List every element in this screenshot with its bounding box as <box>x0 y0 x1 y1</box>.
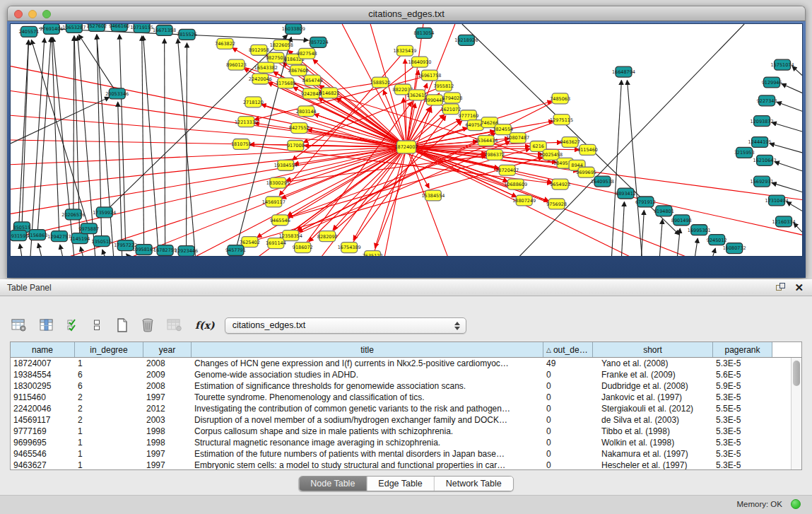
table-cell[interactable]: Jankovic et al. (1997) <box>593 392 713 403</box>
table-cell[interactable]: Investigating the contribution of common… <box>192 403 543 414</box>
graph-node[interactable]: 9115460 <box>577 144 598 155</box>
table-cell[interactable]: 19384554 <box>11 369 75 380</box>
graph-node[interactable]: 7955812 <box>433 81 454 91</box>
close-window-icon[interactable] <box>14 10 23 18</box>
graph-node[interactable]: 16543382 <box>254 62 278 73</box>
graph-node[interactable]: 16210643 <box>753 155 777 165</box>
graph-node[interactable]: 9457791 <box>225 245 246 256</box>
window-titlebar[interactable]: citations_edges.txt <box>7 6 806 21</box>
table-cell[interactable]: 5.5E-5 <box>713 403 772 414</box>
graph-node[interactable]: 9827548 <box>297 48 317 59</box>
table-cell[interactable]: 5.6E-5 <box>713 369 772 380</box>
graph-node[interactable]: 9699695 <box>576 167 596 177</box>
table-cell[interactable]: Tibbo et al. (1998) <box>593 426 713 437</box>
table-cell[interactable]: 2 <box>75 392 143 403</box>
graph-node[interactable]: 12160334 <box>772 216 796 227</box>
graph-node[interactable]: 12213339 <box>235 117 258 127</box>
graph-node[interactable]: 18640910 <box>408 57 431 67</box>
graph-node[interactable]: 9465546 <box>270 215 290 226</box>
graph-node[interactable]: 9245012 <box>707 235 727 245</box>
function-builder-icon[interactable]: f(x) <box>195 320 215 331</box>
graph-node[interactable]: 16033809 <box>282 24 305 34</box>
close-panel-icon[interactable]: ✕ <box>794 282 804 293</box>
graph-node[interactable]: 12975115 <box>550 115 573 125</box>
table-cell[interactable]: 2008 <box>143 380 192 392</box>
graph-node[interactable]: 7986372 <box>484 149 505 160</box>
table-cell[interactable]: 1998 <box>143 426 192 437</box>
table-cell[interactable]: Disruption of a novel member of a sodium… <box>192 414 543 426</box>
table-cell[interactable]: Dudbridge et al. (2008) <box>593 380 713 392</box>
column-header-in_degree[interactable]: in_degree <box>75 342 143 357</box>
table-cell[interactable]: 5.3E-5 <box>713 426 772 437</box>
graph-node[interactable]: 14569117 <box>262 197 286 207</box>
graph-node[interactable]: 18807249 <box>512 195 536 206</box>
table-cell[interactable]: 0 <box>543 392 593 403</box>
zoom-window-icon[interactable] <box>42 10 51 18</box>
table-cell[interactable]: 1 <box>75 358 143 369</box>
graph-node[interactable]: 9466160 <box>109 24 129 31</box>
graph-node[interactable]: 16995301 <box>688 225 711 235</box>
graph-node[interactable]: 10719155 <box>130 24 153 33</box>
graph-node[interactable]: 17359924 <box>93 207 116 218</box>
graph-node[interactable]: 3175685 <box>276 78 296 88</box>
graph-node[interactable]: 10688609 <box>504 179 527 189</box>
graph-node[interactable]: 3215953 <box>734 147 755 158</box>
graph-node[interactable]: 1527602 <box>86 24 107 31</box>
table-cell[interactable]: 5.3E-5 <box>713 460 772 469</box>
memory-status-icon[interactable] <box>791 499 801 509</box>
tab-node-table[interactable]: Node Table <box>299 477 367 491</box>
table-row[interactable]: 1872400712008Changes of HCN gene express… <box>11 358 791 369</box>
graph-node[interactable]: 6794028 <box>442 93 462 103</box>
graph-node[interactable]: 27691406 <box>40 24 63 34</box>
table-cell[interactable]: 0 <box>543 460 593 469</box>
table-cell[interactable]: 9115460 <box>11 392 75 403</box>
table-cell[interactable]: 18300295 <box>11 380 75 392</box>
graph-node[interactable]: 12093872 <box>751 116 774 127</box>
table-row[interactable]: 977716911998Corpus callosum shape and si… <box>11 426 791 437</box>
table-row[interactable]: 1938455462009Genome-wide association stu… <box>11 369 791 380</box>
graph-node[interactable]: 9777169 <box>458 110 478 121</box>
table-cell[interactable]: 5.3E-5 <box>713 448 772 460</box>
table-cell[interactable]: Hescheler et al. (1997) <box>593 460 713 469</box>
table-cell[interactable]: Estimation of significance thresholds fo… <box>192 380 543 392</box>
graph-node[interactable]: 8454749 <box>302 75 323 86</box>
graph-node[interactable]: 1810755 <box>231 139 252 150</box>
graph-node[interactable]: 19384554 <box>274 160 298 170</box>
graph-node[interactable]: 20053346 <box>105 88 129 99</box>
table-cell[interactable]: 5.3E-5 <box>713 392 772 403</box>
table-cell[interactable]: 1998 <box>143 437 192 448</box>
table-cell[interactable]: Franke et al. (2009) <box>593 369 713 380</box>
graph-node[interactable]: 7485063 <box>550 93 570 104</box>
table-row[interactable]: 1456911722003Disruption of a novel membe… <box>11 414 791 426</box>
graph-node[interactable]: 7857224 <box>308 37 329 47</box>
graph-node[interactable]: 20206576 <box>61 209 85 220</box>
graph-node[interactable]: 18226058 <box>270 40 293 50</box>
graph-node[interactable]: 8813054 <box>414 28 435 38</box>
table-cell[interactable]: 2009 <box>143 369 192 380</box>
graph-node[interactable]: 1156863 <box>27 230 47 240</box>
table-cell[interactable]: 0 <box>543 414 593 426</box>
graph-node[interactable]: 3824554 <box>493 124 513 135</box>
graph-node[interactable]: 16080732 <box>723 243 746 254</box>
graph-node[interactable]: 1145194 <box>69 233 90 244</box>
table-cell[interactable]: 0 <box>543 426 593 437</box>
column-header-short[interactable]: short <box>593 342 713 357</box>
graph-node[interactable]: 16648794 <box>612 66 635 77</box>
table-row[interactable]: 1830029562008Estimation of significance … <box>11 380 791 392</box>
table-cell[interactable]: de Silva et al. (2003) <box>593 414 713 426</box>
graph-node[interactable]: 15384554 <box>421 190 445 201</box>
table-cell[interactable]: Tourette syndrome. Phenomenology and cla… <box>192 392 543 403</box>
select-rows-icon[interactable] <box>66 319 81 332</box>
graph-node[interactable]: 22420046 <box>249 74 272 84</box>
table-cell[interactable]: 1 <box>75 437 143 448</box>
table-cell[interactable]: 2012 <box>143 403 192 414</box>
table-cell[interactable]: Structural magnetic resonance image aver… <box>192 437 543 448</box>
table-cell[interactable]: 5.3E-5 <box>713 414 772 426</box>
graph-node[interactable]: 10958167 <box>132 245 155 255</box>
network-canvas[interactable]: 1872400774638228960123891295818226058982… <box>10 23 803 257</box>
graph-node[interactable]: 10807487 <box>506 133 529 144</box>
graph-node[interactable]: 9654923 <box>550 179 570 189</box>
graph-node[interactable]: 9756928 <box>546 199 567 209</box>
table-cell[interactable]: 9465546 <box>11 448 75 460</box>
table-cell[interactable]: 9463627 <box>11 460 75 469</box>
